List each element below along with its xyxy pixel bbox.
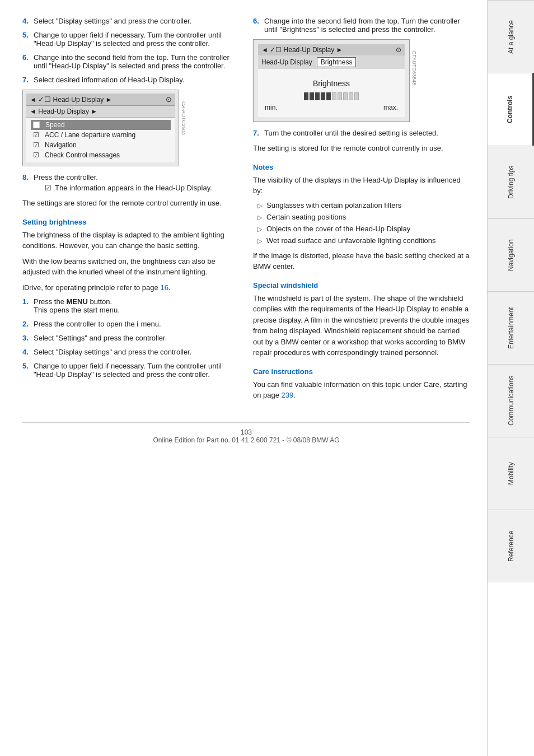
section-notes: Notes <box>253 163 470 171</box>
bullet-text: Objects on the cover of the Head-Up Disp… <box>266 225 410 233</box>
bullet-1: ▷ Sunglasses with certain polarization f… <box>257 201 470 209</box>
step-b1-text: Press the MENU button. <box>34 297 120 306</box>
sidebar-tab-label: Controls <box>506 96 514 123</box>
sidebar-tab-reference[interactable]: Reference <box>488 510 534 582</box>
step-number: 2. <box>22 320 30 328</box>
bullet-text: Wet road surface and unfavorable lightin… <box>266 236 436 245</box>
step-number: 5. <box>22 362 30 379</box>
brightness-top-bar: ◄ ✓☐ Head-Up Display ► ⊙ <box>258 44 405 55</box>
nav-label: Navigation <box>45 141 77 149</box>
section-windshield: Special windshield <box>253 281 470 290</box>
step-8: 8. Press the controller. ☑ The informati… <box>22 173 240 192</box>
hud-menu-check: ☑ Check Control messages <box>31 150 171 160</box>
speed-label: Speed <box>45 121 65 129</box>
hud-top-label: ◄ ✓☐ Head-Up Display ► <box>30 95 112 104</box>
seg-1 <box>304 92 308 100</box>
page-footer: 103 Online Edition for Part no. 01 41 2 … <box>22 422 470 444</box>
step-number: 6. <box>253 17 261 34</box>
brightness-top-icon: ⊙ <box>396 46 401 54</box>
check-label: Check Control messages <box>45 151 120 159</box>
sidebar-tab-controls[interactable]: Controls <box>488 73 534 146</box>
diagram-tag-right: CFAUTC63848 <box>411 51 417 85</box>
brightness-para1: The brightness of the display is adapted… <box>22 230 240 251</box>
checkmark-icon: ☑ <box>45 184 51 192</box>
step-b1: 1. Press the MENU button. This opens the… <box>22 297 240 314</box>
footer-text: Online Edition for Part no. 01 41 2 600 … <box>22 436 470 444</box>
page-link-16[interactable]: 16 <box>160 283 168 292</box>
step-number: 1. <box>22 297 30 314</box>
sidebar-tab-label: Reference <box>507 531 515 562</box>
step-8-subitem: ☑ The information appears in the Head-Up… <box>45 184 212 192</box>
para-stored-left: The settings are stored for the remote c… <box>22 198 240 209</box>
hud-menu-speed: Speed <box>31 120 171 130</box>
hud-nav-label: ◄ Head-Up Display ► <box>30 108 97 115</box>
diagram-tag-left: CA-AUTC2504 <box>181 101 186 135</box>
section-care: Care instructions <box>253 367 470 376</box>
sidebar-tab-entertainment[interactable]: Entertainment <box>488 291 534 364</box>
seg-3 <box>315 92 320 100</box>
step-text: Change into the second field from the to… <box>264 17 470 34</box>
care-para: You can find valuable information on thi… <box>253 379 470 401</box>
brightness-min-label: min. <box>265 104 278 111</box>
brightness-para2: With the low beams switched on, the brig… <box>22 256 240 278</box>
seg-4 <box>321 92 325 100</box>
step-8-subtext: The information appears in the Head-Up D… <box>55 184 212 192</box>
step-b3-text: Select "Settings" and press the controll… <box>34 334 240 342</box>
step-number: 4. <box>22 348 30 356</box>
sidebar-tab-driving-tips[interactable]: Driving tips <box>488 146 534 218</box>
acc-label: ACC / Lane departure warning <box>45 131 135 139</box>
sidebar-tab-label: Navigation <box>507 239 515 271</box>
step-4-left: 4. Select "Display settings" and press t… <box>22 17 240 25</box>
brightness-nav-right: Brightness <box>317 57 357 67</box>
sidebar-tab-at-a-glance[interactable]: At a glance <box>488 0 534 73</box>
brightness-diagram: ◄ ✓☐ Head-Up Display ► ⊙ Head-Up Display… <box>253 39 410 122</box>
hud-nav-bar: ◄ Head-Up Display ► <box>26 106 175 118</box>
brightness-title: Brightness <box>263 79 400 88</box>
brightness-nav-left: Head-Up Display <box>261 58 312 66</box>
brightness-segments <box>304 92 359 100</box>
seg-9 <box>349 92 353 100</box>
step-text: Select "Display settings" and press the … <box>34 17 240 25</box>
hud-top-bar: ◄ ✓☐ Head-Up Display ► ⊙ <box>26 94 175 106</box>
step-b5: 5. Change to upper field if necessary. T… <box>22 362 240 379</box>
step-b1-subtext: This opens the start menu. <box>34 306 120 314</box>
page-link-239[interactable]: 239 <box>282 391 294 399</box>
sidebar-tab-navigation[interactable]: Navigation <box>488 218 534 291</box>
step-text: Select desired information of Head-Up Di… <box>34 76 240 84</box>
step-number: 5. <box>22 31 30 48</box>
section-brightness: Setting brightness <box>22 218 240 226</box>
bullet-2: ▷ Certain seating positions <box>257 213 470 221</box>
step-number: 3. <box>22 334 30 342</box>
sidebar-tab-label: Entertainment <box>507 307 515 349</box>
seg-6 <box>332 92 336 100</box>
step-b2: 2. Press the controller to open the i me… <box>22 320 240 328</box>
step-text: Change to upper field if necessary. Turn… <box>34 31 240 48</box>
sidebar-tab-label: Mobility <box>507 462 515 485</box>
bullet-3: ▷ Objects on the cover of the Head-Up Di… <box>257 225 470 233</box>
sidebar-tab-mobility[interactable]: Mobility <box>488 437 534 510</box>
brightness-para3: iDrive, for operating principle refer to… <box>22 282 240 293</box>
main-content: 4. Select "Display settings" and press t… <box>0 0 487 756</box>
brightness-top-label: ◄ ✓☐ Head-Up Display ► <box>261 46 343 54</box>
step-number: 8. <box>22 173 30 192</box>
hud-settings-icon: ⊙ <box>166 95 172 104</box>
para-stored-right: The setting is stored for the remote con… <box>253 143 470 154</box>
bullet-4: ▷ Wet road surface and unfavorable light… <box>257 236 470 245</box>
left-column: 4. Select "Display settings" and press t… <box>22 17 240 405</box>
notes-intro: The visibility of the displays in the He… <box>253 175 470 197</box>
page-number: 103 <box>22 428 470 436</box>
bullet-text: Sunglasses with certain polarization fil… <box>266 201 401 209</box>
seg-5 <box>326 92 331 100</box>
sidebar-tab-communications[interactable]: Communications <box>488 364 534 437</box>
sidebar: At a glance Controls Driving tips Naviga… <box>487 0 534 756</box>
hud-menu-area: Speed ☑ ACC / Lane departure warning ☑ N… <box>26 118 175 162</box>
seg-2 <box>310 92 314 100</box>
brightness-max-label: max. <box>383 104 398 111</box>
step-number: 7. <box>253 129 261 137</box>
brightness-content: Brightness <box>258 69 405 117</box>
step-6-left: 6. Change into the second field from the… <box>22 53 240 70</box>
bullet-arrow-icon: ▷ <box>257 237 262 245</box>
bullet-arrow-icon: ▷ <box>257 226 262 233</box>
step-text: Turn the controller until the desired se… <box>264 129 470 137</box>
bullet-text: Certain seating positions <box>266 213 346 221</box>
